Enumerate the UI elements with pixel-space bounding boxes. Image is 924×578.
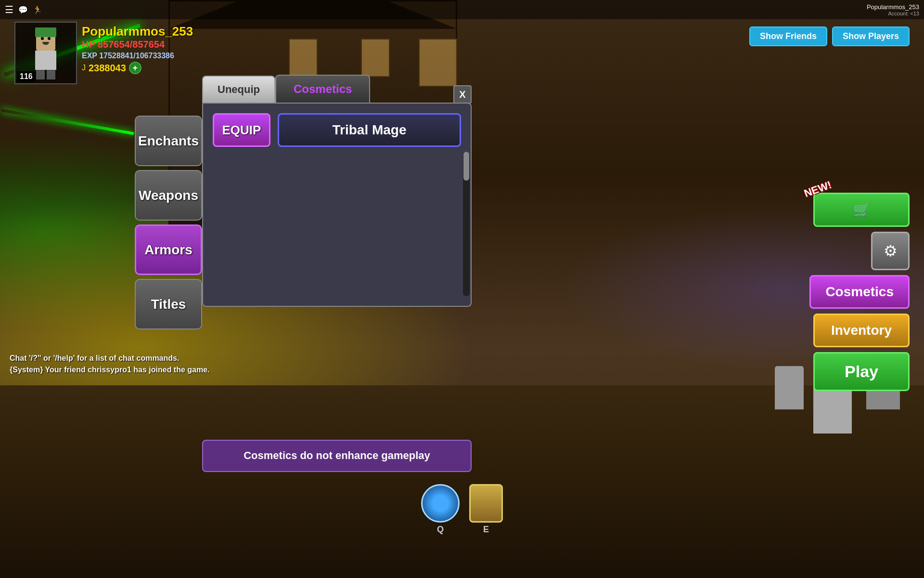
avatar-leg-right [47,70,55,79]
sidebar-item-weapons[interactable]: Weapons [135,170,202,221]
avatar-body [35,51,56,70]
hotbar-item-q[interactable] [421,484,460,523]
gravestone [775,366,804,409]
item-name-display[interactable]: Tribal Mage [278,113,461,147]
chat-line-1: Chat '/?'' or '/help' for a list of chat… [10,353,210,364]
exp-label: EXP 17528841/106733386 [82,52,193,60]
scroll-thumb[interactable] [463,152,469,181]
dialog-body: X EQUIP Tribal Mage [202,103,472,307]
sidebar-item-enchants[interactable]: Enchants [135,116,202,166]
hp-label: HP 857654/857654 [82,39,193,50]
hotbar-item-e[interactable] [469,484,503,523]
tab-unequip[interactable]: Unequip [202,76,275,103]
avatar-figure [31,31,60,75]
avatar-eye-left [41,37,44,40]
avatar-legs [36,70,55,79]
chat-area: Chat '/?'' or '/help' for a list of chat… [10,353,210,376]
gold-container: J 2388043 + [82,62,193,74]
player-name: Popularmmos_253 [82,24,193,39]
scroll-track [463,152,470,296]
settings-icon: ⚙ [884,242,898,260]
account-username: Popularmmos_253 [867,3,919,11]
cosmetics-note: Cosmetics do not enhance gameplay [211,448,463,463]
cosmetics-button[interactable]: Cosmetics [809,275,910,309]
shop-container: NEW! 🛒 [813,193,910,227]
right-panel: NEW! 🛒 ⚙ Cosmetics Inventory Play [809,193,910,391]
tab-cosmetics[interactable]: Cosmetics [275,75,370,103]
player-panel: 116 Popularmmos_253 HP 857654/857654 EXP… [14,22,193,84]
hotbar-slot-e: E [469,484,503,535]
gold-icon: J [82,64,86,72]
ground [0,385,924,578]
avatar-eyes [39,37,52,40]
building-window [289,39,318,77]
building-window [361,39,390,77]
level-badge: 116 [17,71,36,82]
avatar-head [36,31,55,51]
account-info: Popularmmos_253 Account: <13 [867,3,919,16]
avatar-hat [35,27,56,37]
left-sidebar: Enchants Weapons Armors Titles [135,116,202,329]
shop-cart-icon: 🛒 [853,202,870,217]
hotbar: Q E [421,484,503,535]
gold-amount: 2388043 [89,63,126,74]
avatar-leg-left [36,70,45,79]
chat-icon[interactable]: 💬 [18,5,28,14]
top-bar: ☰ 💬 🏃 Popularmmos_253 Account: <13 [0,0,924,19]
equip-button[interactable]: EQUIP [213,113,270,147]
sidebar-item-armors[interactable]: Armors [135,224,202,275]
close-button[interactable]: X [453,85,472,104]
show-friends-button[interactable]: Show Friends [749,26,827,46]
gold-add-button[interactable]: + [129,62,141,74]
play-button[interactable]: Play [813,352,910,391]
dialog-tabs: Unequip Cosmetics [202,75,472,103]
cosmetics-note-bar: Cosmetics do not enhance gameplay [202,440,472,472]
hotbar-slot-q: Q [421,484,460,535]
chat-line-2: {System} Your friend chrissypro1 has joi… [10,364,210,376]
menu-icon[interactable]: ☰ [5,4,13,15]
settings-button[interactable]: ⚙ [871,232,910,270]
top-right-buttons: Show Friends Show Players [749,26,910,46]
settings-row: ⚙ [871,232,910,270]
dialog-scroll-area [213,152,461,296]
main-dialog: Unequip Cosmetics X EQUIP Tribal Mage [202,75,472,307]
avatar-container: 116 [14,22,77,84]
shop-button[interactable]: 🛒 [813,193,910,227]
avatar-eye-right [48,37,51,40]
sidebar-item-titles[interactable]: Titles [135,279,202,329]
avatar-mouth [42,42,49,45]
inventory-button[interactable]: Inventory [813,314,910,347]
show-players-button[interactable]: Show Players [832,26,910,46]
hotbar-key-q: Q [437,525,444,535]
dialog-content: EQUIP Tribal Mage [213,113,461,147]
hotbar-key-e: E [483,525,489,535]
player-icon[interactable]: 🏃 [33,5,42,14]
account-label: Account: <13 [867,11,919,16]
avatar-face [39,37,52,47]
player-stats: Popularmmos_253 HP 857654/857654 EXP 175… [82,22,193,74]
